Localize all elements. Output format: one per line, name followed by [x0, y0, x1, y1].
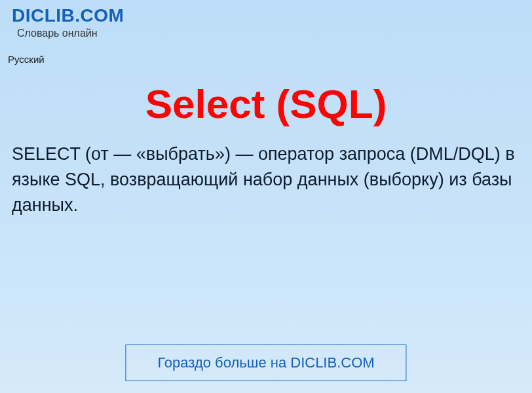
article-title: Select (SQL)	[0, 81, 532, 127]
language-label[interactable]: Русский	[8, 54, 532, 65]
header: DICLIB.COM Словарь онлайн	[0, 0, 532, 42]
tagline: Словарь онлайн	[17, 28, 520, 39]
site-name[interactable]: DICLIB.COM	[12, 5, 520, 26]
article-description: SELECT (от — «выбрать») — оператор запро…	[0, 127, 532, 218]
more-link[interactable]: Гораздо больше на DICLIB.COM	[125, 345, 406, 381]
